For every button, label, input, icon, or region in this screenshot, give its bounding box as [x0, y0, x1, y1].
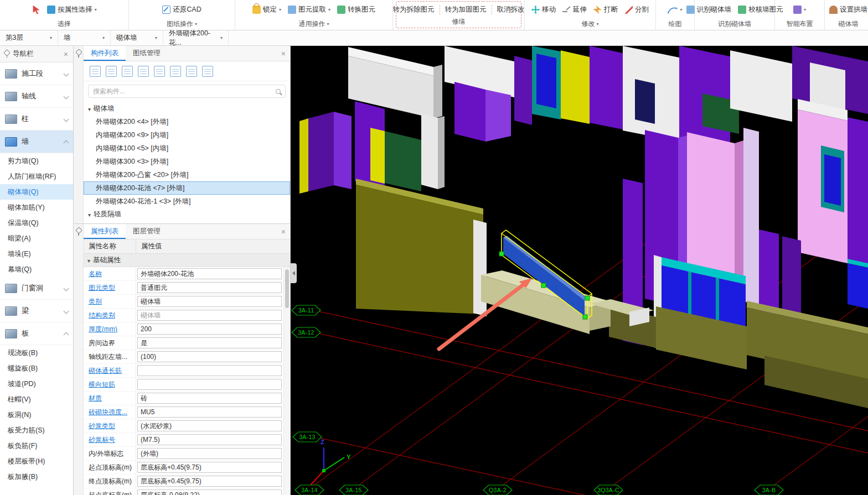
property-value-input[interactable]: 外墙砌体200-花池	[137, 268, 282, 279]
property-value-input[interactable]: MU5	[137, 407, 282, 418]
tree-row[interactable]: 外墙砌体200-花池 <7> [外墙]	[84, 181, 290, 195]
tree-row[interactable]: 外墙砌体240-花池-1 <3> [外墙]	[84, 195, 290, 208]
group-label-modify[interactable]: 修改▾	[525, 18, 655, 30]
smart-layout-button[interactable]: ▾	[793, 6, 806, 14]
element-subtype-selector[interactable]: 砌体墙▾	[111, 30, 163, 45]
nav-item[interactable]: 砌体墙(Q)	[0, 184, 73, 200]
tree-row[interactable]: 外墙砌体200-凸窗 <20> [外墙]	[84, 168, 290, 181]
nav-item[interactable]: 板受力筋(S)	[0, 423, 73, 438]
lock-button[interactable]: 锁定 ▾	[252, 5, 281, 14]
tab-drawing-management[interactable]: 图纸管理	[126, 46, 168, 61]
viewport-3d[interactable]: Z Y X 3A-11	[291, 46, 868, 495]
property-value-input[interactable]: (外墙)	[137, 448, 282, 459]
property-value-input[interactable]: 是	[137, 337, 282, 348]
split-button[interactable]: 分割	[624, 5, 649, 14]
break-button[interactable]: 打断	[593, 5, 618, 14]
extract-component-icon[interactable]	[170, 66, 181, 77]
property-value-input[interactable]: (M7.5)	[137, 434, 282, 445]
component-detail-icon[interactable]	[202, 66, 213, 77]
property-value-input[interactable]: 层底标高+0.45(9.75)	[137, 462, 282, 473]
group-label-common-ops[interactable]: 通用操作▾	[235, 18, 392, 30]
nav-item[interactable]: 梁	[0, 300, 73, 322]
nav-item[interactable]: 板加腋(B)	[0, 469, 73, 484]
nav-item[interactable]: 门窗洞	[0, 277, 73, 300]
property-value-input[interactable]: (100)	[137, 351, 282, 362]
viewport-3d-scene[interactable]: Z Y X	[291, 46, 868, 495]
copy-to-floor-icon[interactable]	[138, 66, 149, 77]
nav-item[interactable]: 人防门框墙(RF)	[0, 169, 73, 184]
property-value-input[interactable]: 普通图元	[137, 282, 282, 293]
nav-item[interactable]: 墙垛(E)	[0, 246, 73, 262]
dropdown-caret-icon: ▾	[327, 22, 329, 27]
properties-scrollbar[interactable]	[283, 267, 290, 495]
to-reinforce-element-button[interactable]: 转为加固图元	[440, 5, 492, 14]
element-type-selector[interactable]: 墙▾	[58, 30, 111, 45]
tree-row[interactable]: 外墙砌体200 <4> [外墙]	[84, 115, 290, 128]
convert-element-button[interactable]: 转换图元	[337, 5, 375, 14]
nav-item[interactable]: 剪力墙(Q)	[0, 153, 73, 169]
nav-item[interactable]: 现浇板(B)	[0, 345, 73, 361]
close-icon[interactable]: ×	[280, 50, 290, 58]
tree-row[interactable]: 砌体墙	[84, 102, 290, 115]
property-value-input[interactable]	[137, 379, 282, 390]
identify-masonry-wall-button[interactable]: 识别砌体墙	[686, 5, 732, 14]
new-component-icon[interactable]	[90, 66, 101, 77]
extend-button[interactable]: 延伸	[562, 5, 587, 14]
nav-item[interactable]: 柱帽(V)	[0, 392, 73, 407]
property-value-input[interactable]: 砌体墙	[137, 296, 282, 307]
panel-collapse-handle[interactable]	[291, 263, 297, 283]
property-value-input[interactable]: 200	[137, 324, 282, 335]
draw-curve-button[interactable]: ▾	[668, 6, 682, 14]
component-selector[interactable]: 外墙砌体200-花...▾	[163, 30, 229, 45]
property-name: 材质	[84, 392, 136, 405]
close-icon[interactable]: ×	[62, 50, 70, 58]
nav-item[interactable]: 砌体加筋(Y)	[0, 200, 73, 215]
to-demolish-element-button[interactable]: 转为拆除图元	[388, 5, 440, 14]
tree-row[interactable]: 内墙砌体200 <9> [内墙]	[84, 128, 290, 142]
property-value-input[interactable]: 层底标高+0.45(9.75)	[137, 476, 282, 487]
pin-icon[interactable]	[75, 227, 82, 236]
nav-item[interactable]: 板洞(N)	[0, 407, 73, 423]
cancel-modification-button[interactable]: 取消拆改	[492, 5, 530, 14]
nav-item[interactable]: 暗梁(A)	[0, 231, 73, 246]
move-button[interactable]: 移动	[531, 5, 556, 14]
copy-component-icon[interactable]	[106, 66, 117, 77]
element-extract-button[interactable]: 图元提取 ▾	[288, 5, 330, 14]
nav-item[interactable]: 幕墙(Q)	[0, 262, 73, 277]
floor-selector[interactable]: 第3层▾	[0, 30, 58, 45]
batch-edit-icon[interactable]	[186, 66, 197, 77]
nav-item[interactable]: 螺旋板(B)	[0, 361, 73, 376]
search-input[interactable]	[93, 87, 272, 95]
property-value-input[interactable]	[137, 365, 282, 376]
nav-item[interactable]: 墙	[0, 131, 73, 153]
pin-icon[interactable]	[75, 49, 82, 58]
tree-row[interactable]: 外墙砌体300 <3> [外墙]	[84, 155, 290, 168]
select-by-attribute-button[interactable]: 按属性选择 ▾	[47, 5, 97, 14]
tab-layer-management[interactable]: 图层管理	[126, 224, 168, 239]
nav-item[interactable]: 柱	[0, 108, 73, 131]
tree-row[interactable]: 轻质隔墙	[84, 208, 290, 221]
set-arch-wall-button[interactable]: 设置拱墙	[829, 5, 867, 14]
property-value-input[interactable]: 层底标高-0.08(9.22)	[137, 489, 282, 495]
nav-item[interactable]: 板负筋(F)	[0, 438, 73, 454]
property-value-input[interactable]: (水泥砂浆)	[137, 420, 282, 431]
close-icon[interactable]: ×	[280, 228, 290, 236]
property-value-input[interactable]: 砌体墙	[137, 310, 282, 321]
nav-item[interactable]: 楼层板带(H)	[0, 454, 73, 469]
nav-item[interactable]: 施工段	[0, 62, 73, 85]
nav-item[interactable]: 板	[0, 322, 73, 345]
nav-item[interactable]: 轴线	[0, 85, 73, 108]
nav-item[interactable]: 坡道(PD)	[0, 376, 73, 392]
restore-cad-button[interactable]: 还原CAD	[162, 5, 201, 14]
store-component-icon[interactable]	[154, 66, 165, 77]
tree-row[interactable]: 内墙砌体100 <5> [内墙]	[84, 142, 290, 155]
pin-icon[interactable]	[3, 50, 10, 59]
select-cursor-icon[interactable]	[32, 6, 40, 14]
tab-component-list[interactable]: 构件列表	[84, 46, 126, 61]
property-value-input[interactable]: 砖	[137, 393, 282, 404]
scrollbar-thumb[interactable]	[285, 269, 289, 308]
properties-group-basic[interactable]: 基础属性	[84, 254, 290, 267]
delete-component-icon[interactable]	[122, 66, 133, 77]
nav-item[interactable]: 保温墙(Q)	[0, 215, 73, 231]
tab-property-list[interactable]: 属性列表	[84, 224, 126, 239]
